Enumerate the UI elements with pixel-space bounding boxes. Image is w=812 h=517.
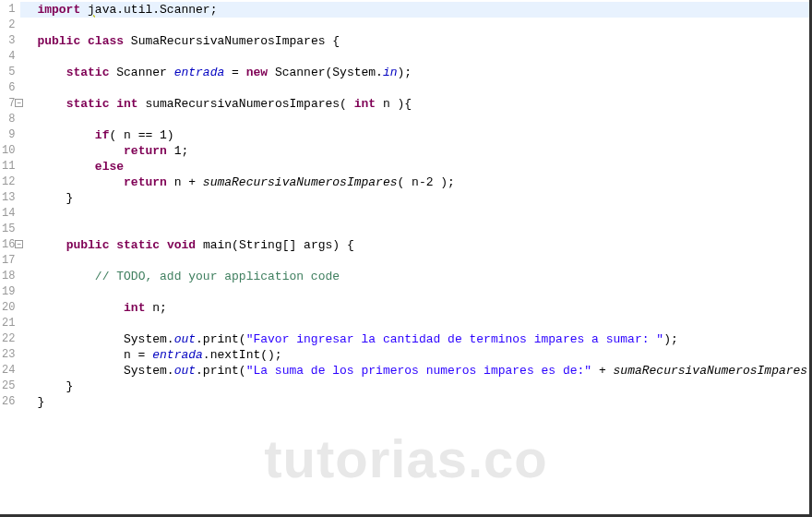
code-token: "La suma de los primeros numeros impares… bbox=[246, 364, 591, 378]
code-token: .print( bbox=[196, 364, 246, 378]
code-token: class bbox=[88, 34, 124, 48]
code-token: "Favor ingresar la cantidad de terminos … bbox=[246, 332, 663, 346]
line-number: 7− bbox=[2, 96, 15, 112]
code-line[interactable] bbox=[37, 316, 812, 331]
code-token: ava.util.Scanner; bbox=[95, 3, 218, 17]
line-number: 13 bbox=[2, 190, 15, 206]
code-token: n = bbox=[37, 348, 152, 362]
code-token: static bbox=[66, 66, 110, 79]
line-number: 25 bbox=[2, 379, 15, 394]
code-token: public bbox=[37, 34, 80, 48]
line-number: 11 bbox=[2, 159, 15, 174]
line-number: 21 bbox=[2, 316, 15, 331]
code-line[interactable]: } bbox=[37, 379, 812, 394]
code-line[interactable]: import java.util.Scanner; bbox=[20, 2, 812, 18]
code-token: return bbox=[124, 175, 167, 189]
code-token: n ){ bbox=[376, 97, 412, 111]
code-token bbox=[37, 97, 66, 111]
line-number: 26 bbox=[2, 394, 15, 410]
code-token: else bbox=[95, 160, 124, 174]
code-line[interactable]: n = entrada.nextInt(); bbox=[37, 347, 812, 363]
code-token bbox=[37, 160, 94, 174]
code-line[interactable]: static Scanner entrada = new Scanner(Sys… bbox=[37, 65, 812, 80]
line-number: 10 bbox=[2, 143, 15, 159]
code-token: in bbox=[383, 66, 398, 79]
code-token: new bbox=[246, 66, 268, 79]
code-token bbox=[37, 128, 94, 142]
code-line[interactable]: if( n == 1) bbox=[37, 127, 812, 143]
code-line[interactable]: public class SumaRecursivaNumerosImpares… bbox=[37, 33, 812, 49]
code-token: entrada bbox=[152, 348, 203, 362]
line-number: 1 bbox=[2, 2, 15, 18]
line-number: 24 bbox=[2, 363, 15, 379]
code-token: } bbox=[37, 191, 73, 205]
code-token bbox=[37, 270, 94, 283]
code-line[interactable]: else bbox=[37, 159, 812, 174]
code-token: } bbox=[37, 379, 73, 393]
line-number: 4 bbox=[2, 49, 15, 65]
line-number: 14 bbox=[2, 206, 15, 222]
code-line[interactable] bbox=[37, 80, 812, 96]
line-number: 5 bbox=[2, 65, 15, 80]
code-token: main(String[] args) { bbox=[196, 238, 354, 252]
line-number: 3 bbox=[2, 33, 15, 49]
line-gutter: 1234567−8910111213141516−171819202122232… bbox=[0, 0, 20, 517]
code-line[interactable] bbox=[37, 284, 812, 300]
code-token: + bbox=[591, 364, 613, 378]
code-token: out bbox=[174, 364, 196, 378]
code-editor[interactable]: 1234567−8910111213141516−171819202122232… bbox=[0, 0, 812, 517]
code-token: int bbox=[354, 97, 376, 111]
code-token: sumaRecursivaNumerosImpares( bbox=[138, 97, 354, 111]
code-line[interactable]: return n + sumaRecursivaNumerosImpares( … bbox=[37, 174, 812, 190]
code-token bbox=[80, 3, 88, 17]
line-number: 9 bbox=[2, 127, 15, 143]
code-token: static bbox=[66, 97, 110, 111]
code-token: ); bbox=[663, 332, 678, 346]
line-number: 2 bbox=[2, 18, 15, 33]
code-token: System. bbox=[37, 332, 173, 346]
code-token bbox=[37, 175, 124, 189]
code-token: int bbox=[116, 97, 137, 111]
code-line[interactable] bbox=[37, 253, 812, 269]
line-number: 12 bbox=[2, 174, 15, 190]
code-line[interactable] bbox=[37, 222, 812, 237]
code-line[interactable]: System.out.print("La suma de los primero… bbox=[37, 363, 812, 379]
code-token: public bbox=[66, 238, 110, 252]
code-token: j bbox=[88, 3, 95, 17]
code-line[interactable]: } bbox=[37, 394, 812, 410]
code-token: } bbox=[37, 395, 44, 409]
code-line[interactable]: int n; bbox=[37, 300, 812, 316]
line-number: 19 bbox=[2, 284, 15, 300]
code-area[interactable]: import java.util.Scanner;public class Su… bbox=[20, 0, 812, 517]
code-line[interactable] bbox=[37, 112, 812, 127]
code-line[interactable]: static int sumaRecursivaNumerosImpares( … bbox=[37, 96, 812, 112]
code-token: return bbox=[124, 144, 167, 158]
code-token: ); bbox=[398, 66, 412, 79]
code-line[interactable]: public static void main(String[] args) { bbox=[37, 237, 812, 253]
code-line[interactable]: // TODO, add your application code bbox=[37, 269, 812, 284]
code-token: import bbox=[37, 3, 80, 17]
code-line[interactable]: } bbox=[37, 190, 812, 206]
code-token: Scanner bbox=[109, 66, 173, 79]
code-token: 1; bbox=[167, 144, 188, 158]
code-token: System. bbox=[37, 364, 173, 378]
code-line[interactable] bbox=[37, 206, 812, 222]
line-number: 20 bbox=[2, 300, 15, 316]
code-token: void bbox=[167, 238, 196, 252]
code-token bbox=[37, 238, 66, 252]
code-line[interactable]: return 1; bbox=[37, 143, 812, 159]
code-token: n; bbox=[145, 301, 166, 315]
line-number: 22 bbox=[2, 331, 15, 347]
code-line[interactable] bbox=[37, 49, 812, 65]
code-token: sumaRecursivaNumerosImpares bbox=[203, 175, 398, 189]
code-line[interactable] bbox=[37, 18, 812, 33]
code-token: = bbox=[224, 66, 245, 79]
code-line[interactable]: System.out.print("Favor ingresar la cant… bbox=[37, 331, 812, 347]
line-number: 6 bbox=[2, 80, 15, 96]
code-token: Scanner(System. bbox=[268, 66, 383, 79]
code-token: ( n-2 ); bbox=[398, 175, 455, 189]
code-token: out bbox=[174, 332, 196, 346]
line-number: 8 bbox=[2, 112, 15, 127]
code-token bbox=[80, 34, 88, 48]
code-token: ( n == 1) bbox=[109, 128, 173, 142]
